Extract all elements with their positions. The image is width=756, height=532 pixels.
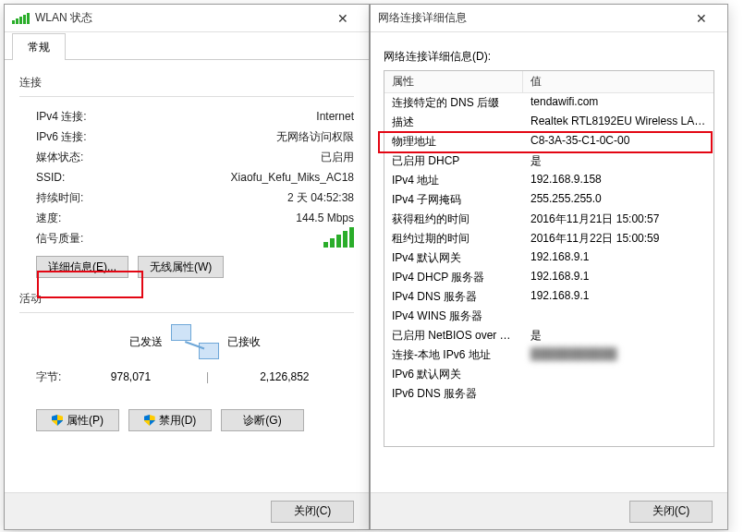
details-row-value bbox=[523, 307, 713, 326]
details-row-key: 租约过期的时间 bbox=[384, 229, 523, 248]
details-row[interactable]: 已启用 DHCP是 bbox=[384, 151, 713, 171]
tab-general[interactable]: 常规 bbox=[12, 33, 66, 60]
details-row[interactable]: 连接-本地 IPv6 地址███████████ bbox=[384, 345, 713, 365]
duration-label: 持续时间: bbox=[36, 190, 83, 206]
col-header-property[interactable]: 属性 bbox=[384, 71, 523, 92]
ipv4-conn-label: IPv4 连接: bbox=[36, 109, 87, 125]
details-row[interactable]: IPv6 DNS 服务器 bbox=[384, 384, 713, 404]
details-row-value: 是 bbox=[523, 151, 713, 171]
details-row-key: IPv6 DNS 服务器 bbox=[384, 384, 523, 404]
group-connection: 连接 bbox=[19, 75, 354, 91]
details-row[interactable]: 连接特定的 DNS 后缀tendawifi.com bbox=[384, 93, 713, 113]
details-row-key: 连接特定的 DNS 后缀 bbox=[384, 93, 523, 113]
details-row-key: 获得租约的时间 bbox=[384, 210, 523, 229]
details-row-value: C8-3A-35-C1-0C-00 bbox=[523, 132, 713, 151]
received-label: 已接收 bbox=[227, 334, 354, 350]
signal-quality-icon bbox=[323, 227, 354, 248]
details-titlebar[interactable]: 网络连接详细信息 ✕ bbox=[371, 5, 727, 32]
details-row-key: 描述 bbox=[384, 113, 523, 132]
wlan-status-window: WLAN 状态 ✕ 常规 连接 IPv4 连接:Internet IPv6 连接… bbox=[4, 4, 370, 530]
details-row-value: 192.168.9.158 bbox=[523, 171, 713, 190]
details-row-key: IPv4 DHCP 服务器 bbox=[384, 268, 523, 287]
ipv6-conn-value: 无网络访问权限 bbox=[276, 129, 354, 145]
speed-label: 速度: bbox=[36, 211, 61, 226]
close-icon[interactable]: ✕ bbox=[324, 6, 361, 31]
details-row-value: 255.255.255.0 bbox=[523, 190, 713, 210]
details-row[interactable]: IPv4 DNS 服务器192.168.9.1 bbox=[384, 287, 713, 307]
details-row-key: 物理地址 bbox=[384, 132, 523, 151]
signal-icon bbox=[12, 13, 30, 24]
details-row[interactable]: IPv4 地址192.168.9.158 bbox=[384, 171, 713, 190]
details-row-value: Realtek RTL8192EU Wireless LAN 802.11 bbox=[523, 113, 713, 132]
details-row-value: tendawifi.com bbox=[523, 93, 713, 113]
details-row-value bbox=[523, 384, 713, 404]
details-row-key: 已启用 NetBIOS over Tc... bbox=[384, 326, 523, 345]
details-listview[interactable]: 属性 值 连接特定的 DNS 后缀tendawifi.com描述Realtek … bbox=[384, 70, 714, 447]
details-row-key: IPv6 默认网关 bbox=[384, 365, 523, 384]
details-row-key: IPv4 WINS 服务器 bbox=[384, 307, 523, 326]
ipv6-conn-label: IPv6 连接: bbox=[36, 129, 87, 145]
wlan-title: WLAN 状态 bbox=[35, 10, 324, 26]
close-button[interactable]: 关闭(C) bbox=[271, 501, 354, 523]
details-row[interactable]: IPv6 默认网关 bbox=[384, 365, 713, 384]
disable-button[interactable]: 禁用(D) bbox=[128, 409, 212, 431]
details-row-value: 192.168.9.1 bbox=[523, 248, 713, 268]
signal-quality-label: 信号质量: bbox=[36, 231, 83, 247]
details-row-key: IPv4 默认网关 bbox=[384, 248, 523, 268]
media-state-value: 已启用 bbox=[321, 150, 354, 165]
bytes-label: 字节: bbox=[36, 369, 61, 385]
media-state-label: 媒体状态: bbox=[36, 150, 83, 165]
tabstrip: 常规 bbox=[5, 32, 369, 60]
ssid-label: SSID: bbox=[36, 171, 65, 184]
details-row-key: 已启用 DHCP bbox=[384, 151, 523, 171]
details-row-value: 192.168.9.1 bbox=[523, 268, 713, 287]
properties-button[interactable]: 属性(P) bbox=[36, 409, 119, 431]
details-row-key: 连接-本地 IPv6 地址 bbox=[384, 345, 523, 365]
details-row[interactable]: IPv4 默认网关192.168.9.1 bbox=[384, 248, 713, 268]
wlan-titlebar[interactable]: WLAN 状态 ✕ bbox=[5, 5, 369, 32]
close-icon[interactable]: ✕ bbox=[683, 6, 720, 31]
sent-label: 已发送 bbox=[36, 334, 163, 350]
details-row[interactable]: 描述Realtek RTL8192EU Wireless LAN 802.11 bbox=[384, 113, 713, 132]
details-row-value: 是 bbox=[523, 326, 713, 345]
details-row[interactable]: IPv4 WINS 服务器 bbox=[384, 307, 713, 326]
details-title: 网络连接详细信息 bbox=[378, 10, 683, 26]
wireless-props-button[interactable]: 无线属性(W) bbox=[138, 256, 224, 278]
close-button[interactable]: 关闭(C) bbox=[629, 501, 713, 523]
details-row-value: 2016年11月21日 15:00:57 bbox=[523, 210, 713, 229]
details-row-key: IPv4 DNS 服务器 bbox=[384, 287, 523, 307]
details-row-value: 192.168.9.1 bbox=[523, 287, 713, 307]
network-details-window: 网络连接详细信息 ✕ 网络连接详细信息(D): 属性 值 连接特定的 DNS 后… bbox=[370, 4, 728, 530]
ssid-value: Xiaofu_Kefu_Miks_AC18 bbox=[231, 171, 354, 184]
duration-value: 2 天 04:52:38 bbox=[287, 190, 354, 206]
details-row[interactable]: 已启用 NetBIOS over Tc...是 bbox=[384, 326, 713, 345]
details-row-value: 2016年11月22日 15:00:59 bbox=[523, 229, 713, 248]
details-row[interactable]: IPv4 DHCP 服务器192.168.9.1 bbox=[384, 268, 713, 287]
details-row-value bbox=[523, 365, 713, 384]
details-row-key: IPv4 子网掩码 bbox=[384, 190, 523, 210]
details-row[interactable]: 物理地址C8-3A-35-C1-0C-00 bbox=[384, 132, 713, 151]
ipv4-conn-value: Internet bbox=[316, 110, 354, 123]
bytes-recv-value: 2,126,852 bbox=[215, 370, 354, 383]
bytes-sent-value: 978,071 bbox=[61, 370, 200, 383]
shield-icon bbox=[144, 415, 155, 426]
details-row-value: ███████████ bbox=[523, 345, 713, 365]
shield-icon bbox=[52, 415, 63, 426]
diagnose-button[interactable]: 诊断(G) bbox=[221, 409, 304, 431]
network-activity-icon bbox=[169, 322, 221, 361]
details-label: 网络连接详细信息(D): bbox=[384, 49, 714, 65]
col-header-value[interactable]: 值 bbox=[523, 71, 713, 92]
details-row[interactable]: 租约过期的时间2016年11月22日 15:00:59 bbox=[384, 229, 713, 248]
details-row-key: IPv4 地址 bbox=[384, 171, 523, 190]
details-row[interactable]: IPv4 子网掩码255.255.255.0 bbox=[384, 190, 713, 210]
details-row[interactable]: 获得租约的时间2016年11月21日 15:00:57 bbox=[384, 210, 713, 229]
speed-value: 144.5 Mbps bbox=[296, 212, 354, 224]
group-activity: 活动 bbox=[19, 291, 354, 307]
details-button[interactable]: 详细信息(E)... bbox=[36, 256, 128, 278]
